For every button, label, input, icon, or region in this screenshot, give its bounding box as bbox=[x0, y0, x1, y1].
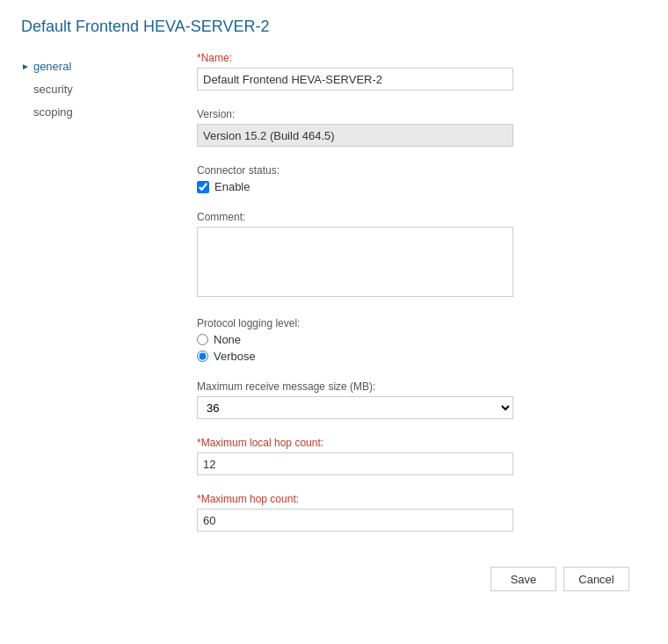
connector-status-group: Connector status: Enable bbox=[197, 164, 647, 193]
enable-checkbox[interactable] bbox=[197, 181, 209, 193]
version-field-group: Version: Version 15.2 (Build 464.5) bbox=[197, 108, 647, 147]
verbose-radio-row: Verbose bbox=[197, 350, 647, 363]
version-display: Version 15.2 (Build 464.5) bbox=[197, 124, 513, 147]
verbose-label[interactable]: Verbose bbox=[214, 350, 256, 363]
sidebar-scoping-label: scoping bbox=[33, 105, 73, 120]
max-receive-label: Maximum receive message size (MB): bbox=[197, 380, 647, 393]
arrow-icon: ► bbox=[21, 61, 30, 73]
sidebar: ► general security scoping bbox=[21, 52, 100, 591]
verbose-radio[interactable] bbox=[197, 351, 208, 362]
max-receive-select[interactable]: 36 12 24 48 64 128 bbox=[197, 396, 513, 419]
max-hop-group: *Maximum hop count: bbox=[197, 493, 647, 532]
max-hop-input[interactable] bbox=[197, 509, 513, 532]
page-title: Default Frontend HEVA-SERVER-2 bbox=[21, 18, 647, 36]
main-content: *Name: Version: Version 15.2 (Build 464.… bbox=[100, 52, 647, 591]
name-label: *Name: bbox=[197, 52, 647, 64]
footer-buttons: Save Cancel bbox=[197, 567, 647, 591]
none-radio[interactable] bbox=[197, 334, 208, 345]
max-local-hop-label: *Maximum local hop count: bbox=[197, 437, 647, 449]
sidebar-item-general[interactable]: ► general bbox=[21, 55, 100, 78]
protocol-logging-label: Protocol logging level: bbox=[197, 317, 647, 329]
comment-textarea[interactable] bbox=[197, 227, 513, 297]
none-label[interactable]: None bbox=[214, 333, 241, 346]
enable-label[interactable]: Enable bbox=[214, 180, 250, 193]
sidebar-item-scoping[interactable]: scoping bbox=[21, 101, 100, 124]
save-button[interactable]: Save bbox=[490, 567, 556, 591]
version-label: Version: bbox=[197, 108, 647, 120]
protocol-logging-group: Protocol logging level: None Verbose bbox=[197, 317, 647, 363]
logging-radio-group: None Verbose bbox=[197, 333, 647, 363]
max-hop-label: *Maximum hop count: bbox=[197, 493, 647, 505]
comment-field-group: Comment: bbox=[197, 211, 647, 300]
max-receive-group: Maximum receive message size (MB): 36 12… bbox=[197, 380, 647, 419]
max-local-hop-group: *Maximum local hop count: bbox=[197, 437, 647, 475]
enable-row: Enable bbox=[197, 180, 647, 193]
connector-status-label: Connector status: bbox=[197, 164, 647, 177]
sidebar-item-security[interactable]: security bbox=[21, 78, 100, 101]
name-field-group: *Name: bbox=[197, 52, 647, 90]
max-local-hop-input[interactable] bbox=[197, 452, 513, 475]
name-input[interactable] bbox=[197, 68, 513, 90]
cancel-button[interactable]: Cancel bbox=[563, 567, 629, 591]
comment-label: Comment: bbox=[197, 211, 647, 223]
sidebar-security-label: security bbox=[33, 82, 73, 98]
sidebar-general-label: general bbox=[33, 59, 71, 75]
none-radio-row: None bbox=[197, 333, 647, 346]
